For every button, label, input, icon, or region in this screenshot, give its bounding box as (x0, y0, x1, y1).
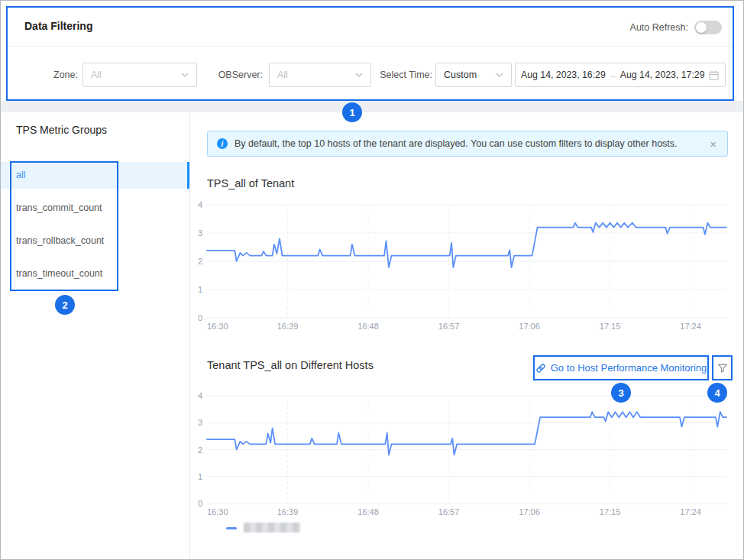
time-range-end: Aug 14, 2023, 17:29 (620, 70, 705, 80)
filter-funnel-icon (717, 363, 728, 374)
observer-select-value: All (277, 70, 355, 80)
x-axis-tick-label: 17:06 (519, 322, 540, 331)
chart-tps-all-of-tenant: 0123416:3016:3916:4816:5717:0617:1517:24 (207, 205, 726, 318)
x-axis-tick-label: 16:30 (207, 322, 228, 331)
sidebar-item-trans-rollback-count[interactable]: trans_rollback_count (1, 228, 189, 254)
sidebar-divider (189, 112, 190, 559)
sidebar-item-trans-commit-count[interactable]: trans_commit_count (1, 195, 189, 222)
sidebar-item-all[interactable]: all (1, 162, 189, 189)
info-icon: i (217, 138, 228, 149)
chart-canvas (207, 205, 726, 318)
chart1-title: TPS_all of Tenant (207, 177, 294, 189)
app-window: Data Filtering Auto Refresh: Zone: All O… (0, 0, 744, 560)
section-gap (1, 101, 743, 112)
close-icon[interactable]: × (708, 138, 718, 151)
banner-text: By default, the top 10 hosts of the tena… (235, 138, 708, 149)
zone-select[interactable]: All (82, 63, 197, 87)
sidebar-item-label: all (16, 170, 26, 180)
calendar-icon (709, 70, 719, 80)
x-axis-tick-label: 17:06 (519, 507, 540, 516)
select-time-label: Select Time: (376, 63, 432, 87)
chart-tenant-tps-all-hosts: 0123416:3016:3916:4816:5717:0617:1517:24 (207, 396, 726, 503)
data-filtering-panel: Data Filtering Auto Refresh: Zone: All O… (6, 6, 734, 101)
x-axis-tick-label: 16:57 (438, 507, 460, 516)
auto-refresh-control: Auto Refresh: (630, 21, 722, 34)
chevron-down-icon (496, 73, 503, 77)
go-to-host-label: Go to Host Performance Monitoring (551, 362, 707, 374)
toggle-knob (696, 22, 707, 33)
sidebar-title: TPS Metric Groups (16, 124, 107, 136)
panel-title: Data Filtering (24, 20, 92, 32)
x-axis-tick-label: 16:57 (438, 322, 460, 331)
y-axis-tick-label: 2 (189, 445, 202, 455)
time-range-start: Aug 14, 2023, 16:29 (521, 70, 606, 80)
x-axis-tick-label: 16:39 (277, 507, 299, 516)
x-axis-tick-label: 16:48 (357, 507, 379, 516)
chart2-legend[interactable] (226, 523, 300, 532)
annotation-marker-4: 4 (707, 383, 727, 403)
x-axis-tick-label: 17:15 (600, 322, 621, 331)
zone-select-value: All (91, 70, 181, 80)
sidebar-item-label: trans_timeout_count (16, 268, 102, 279)
sidebar-item-label: trans_rollback_count (16, 235, 104, 246)
zone-label: Zone: (38, 63, 78, 87)
chart-canvas (207, 396, 726, 503)
legend-label-redacted (244, 523, 300, 532)
x-axis-tick-label: 16:48 (357, 322, 379, 331)
x-axis-tick-label: 17:15 (600, 507, 621, 516)
sidebar-item-trans-timeout-count[interactable]: trans_timeout_count (1, 261, 189, 287)
chevron-down-icon (355, 73, 363, 77)
panel-divider (8, 46, 733, 47)
observer-label: OBServer: (209, 63, 263, 87)
y-axis-tick-label: 4 (189, 200, 202, 209)
y-axis-tick-label: 1 (189, 472, 202, 481)
y-axis-tick-label: 3 (189, 228, 202, 238)
sidebar-item-label: trans_commit_count (16, 202, 102, 213)
x-axis-tick-label: 16:30 (207, 507, 228, 516)
observer-select[interactable]: All (269, 63, 371, 87)
auto-refresh-label: Auto Refresh: (630, 22, 688, 33)
y-axis-tick-label: 0 (189, 499, 202, 508)
annotation-marker-1: 1 (342, 102, 362, 122)
time-mode-value: Custom (444, 70, 496, 80)
chevron-down-icon (181, 73, 189, 77)
info-banner: i By default, the top 10 hosts of the te… (207, 131, 728, 157)
time-mode-select[interactable]: Custom (435, 63, 512, 87)
y-axis-tick-label: 1 (189, 285, 202, 294)
go-to-host-performance-monitoring-link[interactable]: Go to Host Performance Monitoring (533, 355, 709, 380)
legend-line-marker (226, 527, 237, 529)
y-axis-tick-label: 4 (189, 391, 202, 400)
y-axis-tick-label: 2 (189, 257, 202, 266)
y-axis-tick-label: 0 (189, 313, 202, 322)
x-axis-tick-label: 17:24 (680, 322, 701, 331)
auto-refresh-toggle[interactable] (694, 21, 722, 34)
host-filter-button[interactable] (712, 355, 733, 380)
chart2-title: Tenant TPS_all on Different Hosts (207, 359, 374, 371)
y-axis-tick-label: 3 (189, 418, 202, 427)
selected-accent-bar (187, 162, 189, 189)
annotation-marker-2: 2 (55, 295, 75, 315)
x-axis-tick-label: 17:24 (680, 507, 701, 516)
time-range-picker[interactable]: Aug 14, 2023, 16:29 → Aug 14, 2023, 17:2… (515, 63, 726, 87)
x-axis-tick-label: 16:39 (277, 322, 299, 331)
annotation-marker-3: 3 (611, 383, 631, 403)
link-icon (535, 363, 546, 374)
range-arrow: → (609, 70, 617, 79)
